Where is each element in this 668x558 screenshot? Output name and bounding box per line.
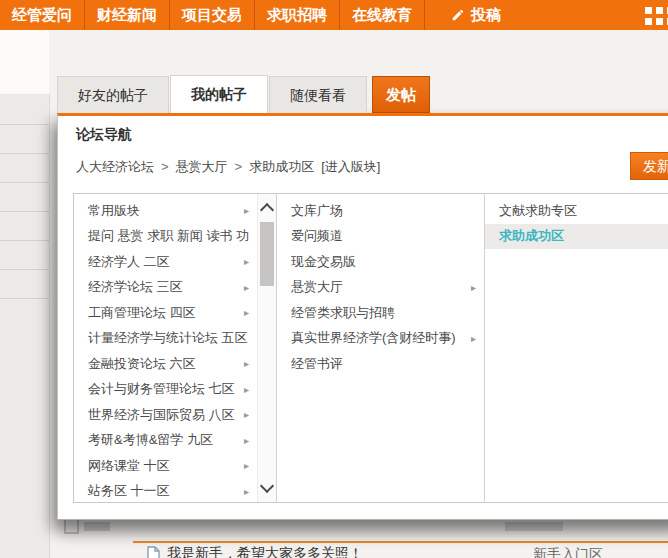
forum-nav-item[interactable]: 真实世界经济学(含财经时事) ▸: [277, 326, 484, 352]
forum-navigation-panel: 论坛导航 人大经济论坛>悬赏大厅>求助成功区[进入版块] 发新帖 常用版块 ▸ …: [57, 113, 668, 520]
forum-nav-item[interactable]: 文献求助专区: [485, 198, 668, 224]
tab[interactable]: 好友的帖子: [57, 76, 169, 113]
submit-article-button[interactable]: 投稿: [441, 0, 511, 30]
submenu-arrow-icon: ▸: [238, 435, 249, 446]
forum-nav-item[interactable]: 经济学论坛 三区 ▸: [74, 275, 257, 301]
document-icon: [147, 546, 160, 558]
page-background-band: [0, 30, 49, 94]
submenu-arrow-icon: ▸: [238, 307, 249, 318]
breadcrumb-level2[interactable]: 求助成功区: [249, 159, 314, 174]
forum-nav-item[interactable]: 文库广场: [277, 198, 484, 224]
submenu-arrow-icon: ▸: [238, 358, 249, 369]
forum-nav-item[interactable]: 世界经济与国际贸易 八区 ▸: [74, 402, 257, 428]
apps-grid-icon[interactable]: [645, 7, 668, 25]
new-thread-button[interactable]: 发新帖: [630, 152, 668, 180]
obscured-text: [84, 522, 110, 531]
submenu-arrow-icon: ▸: [465, 282, 476, 293]
tab[interactable]: 我的帖子: [170, 75, 268, 113]
thread-list-item[interactable]: 我是新手，希望大家多多关照！: [147, 545, 363, 558]
submit-label: 投稿: [471, 6, 501, 25]
scroll-up-button[interactable]: [258, 196, 276, 220]
forum-nav-item[interactable]: 爱问频道: [277, 224, 484, 250]
forum-nav-item[interactable]: 经管类求职与招聘: [277, 300, 484, 326]
document-icon: [64, 518, 79, 534]
chevron-down-icon: [260, 479, 274, 493]
forum-nav-item[interactable]: 计量经济学与统计论坛 五区: [74, 326, 257, 352]
forum-nav-item[interactable]: 求助成功区: [485, 224, 668, 250]
tab[interactable]: 随便看看: [269, 76, 367, 113]
top-nav-item[interactable]: 求职招聘: [255, 0, 339, 30]
forum-nav-item[interactable]: 工商管理论坛 四区 ▸: [74, 300, 257, 326]
top-nav-item[interactable]: 项目交易: [170, 0, 254, 30]
breadcrumb-level1[interactable]: 悬赏大厅: [176, 159, 228, 174]
forum-nav-column-sections: 常用版块 ▸ 提问 悬赏 求职 新闻 读书 功 经济学人 二区 ▸ 经济学论坛 …: [74, 194, 277, 502]
submenu-arrow-icon: ▸: [238, 282, 249, 293]
obscured-link: [505, 522, 563, 531]
forum-nav-column-subsections: 文库广场 爱问频道 现金交易版 悬赏大厅 ▸ 经管类求职与招聘 真实世界经济学(…: [277, 194, 485, 502]
submenu-arrow-icon: ▸: [465, 333, 476, 344]
forum-nav-item[interactable]: 网络课堂 十区 ▸: [74, 453, 257, 479]
forum-name-link[interactable]: 新手入门区: [533, 546, 603, 558]
forum-nav-item[interactable]: 金融投资论坛 六区 ▸: [74, 351, 257, 377]
top-nav-items: 经管爱问 财经新闻 项目交易 求职招聘 在线教育: [0, 0, 425, 30]
forum-nav-item[interactable]: 常用版块 ▸: [74, 198, 257, 224]
list-divider: [133, 541, 668, 543]
top-nav-item[interactable]: 财经新闻: [85, 0, 169, 30]
breadcrumb-root[interactable]: 人大经济论坛: [76, 159, 154, 174]
forum-nav-item[interactable]: 提问 悬赏 求职 新闻 读书 功: [74, 224, 257, 250]
breadcrumb: 人大经济论坛>悬赏大厅>求助成功区[进入版块]: [76, 158, 380, 176]
enter-forum-link[interactable]: [进入版块]: [321, 159, 380, 174]
forum-nav-columns: 常用版块 ▸ 提问 悬赏 求职 新闻 读书 功 经济学人 二区 ▸ 经济学论坛 …: [73, 193, 668, 503]
breadcrumb-separator: >: [161, 159, 169, 174]
top-nav-item[interactable]: 经管爱问: [0, 0, 84, 30]
new-post-button[interactable]: 发帖: [372, 76, 430, 113]
chevron-up-icon: [260, 203, 274, 217]
top-nav-item[interactable]: 在线教育: [340, 0, 424, 30]
scrollbar-thumb[interactable]: [260, 222, 274, 286]
clipped-left-sidebar: [0, 94, 50, 558]
forum-nav-item[interactable]: 经济学人 二区 ▸: [74, 249, 257, 275]
tab-list: 好友的帖子我的帖子随便看看: [57, 75, 368, 113]
submenu-arrow-icon: ▸: [238, 486, 249, 497]
submenu-arrow-icon: ▸: [238, 409, 249, 420]
submenu-arrow-icon: ▸: [238, 460, 249, 471]
nav-divider: [424, 0, 425, 30]
forum-nav-item[interactable]: 悬赏大厅 ▸: [277, 275, 484, 301]
post-tabs: 好友的帖子我的帖子随便看看 发帖: [57, 75, 430, 113]
forum-nav-item[interactable]: 考研&考博&留学 九区 ▸: [74, 428, 257, 454]
pencil-icon: [451, 8, 465, 22]
panel-title: 论坛导航: [76, 126, 132, 144]
forum-nav-item[interactable]: 站务区 十一区 ▸: [74, 479, 257, 503]
breadcrumb-separator: >: [235, 159, 243, 174]
forum-nav-item[interactable]: 现金交易版: [277, 249, 484, 275]
forum-nav-item[interactable]: 经管书评: [277, 351, 484, 377]
scroll-down-button[interactable]: [258, 476, 276, 500]
thread-title-link[interactable]: 我是新手，希望大家多多关照！: [167, 545, 363, 558]
scrollbar[interactable]: [257, 194, 276, 502]
submenu-arrow-icon: ▸: [238, 256, 249, 267]
submenu-arrow-icon: ▸: [238, 384, 249, 395]
forum-nav-column-forums: 文献求助专区 求助成功区: [485, 194, 668, 502]
top-nav-bar: 经管爱问 财经新闻 项目交易 求职招聘 在线教育 投稿: [0, 0, 668, 30]
submenu-arrow-icon: ▸: [238, 205, 249, 216]
forum-nav-item[interactable]: 会计与财务管理论坛 七区 ▸: [74, 377, 257, 403]
